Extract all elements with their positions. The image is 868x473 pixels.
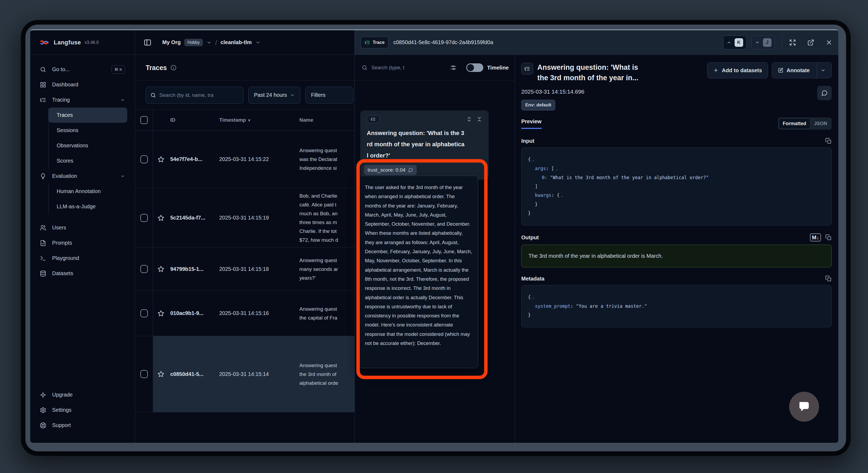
sidebar-item-dashboard[interactable]: Dashboard <box>36 77 129 92</box>
sidebar-item-observations[interactable]: Observations <box>49 138 129 153</box>
sidebar-item-settings[interactable]: Settings <box>36 403 129 418</box>
nav-next-button[interactable]: J <box>751 35 775 50</box>
sidebar-item-sessions[interactable]: Sessions <box>49 123 129 138</box>
langfuse-app: Langfuse v3.46.0 My Org Hobby / cleanlab… <box>30 29 838 443</box>
brand-name: Langfuse <box>54 39 81 46</box>
time-range-button[interactable]: Past 24 hours <box>248 87 301 104</box>
annotate-dropdown-chevron-icon[interactable] <box>817 63 826 78</box>
name-cell: Answering quest was the Declarat Indepen… <box>300 146 354 173</box>
unfold-icon[interactable] <box>466 116 472 122</box>
star-icon[interactable] <box>157 156 164 163</box>
metadata-json-viewer[interactable]: {⌄ system_prompt: "You are a trivia mast… <box>521 285 832 327</box>
detail-tabs: Preview Formatted JSON <box>521 117 832 130</box>
row-checkbox[interactable] <box>141 309 148 317</box>
trace-timestamp: 2025-03-31 14:15:14.696 <box>521 89 832 95</box>
project-chevron-down-icon[interactable] <box>255 40 261 45</box>
sidebar-item-users[interactable]: Users <box>36 220 129 235</box>
table-row[interactable]: 94799b15-1... 2025-03-31 14:15:18 Answer… <box>135 247 354 291</box>
tab-preview[interactable]: Preview <box>521 118 541 129</box>
table-row[interactable]: 5c2145da-f7... 2025-03-31 14:15:19 Bob, … <box>135 188 354 247</box>
format-toggle: Formatted JSON <box>778 117 832 130</box>
sidebar-item-label: Human Annotation <box>57 188 101 195</box>
trace-icon-badge <box>521 63 533 75</box>
sidebar-item-label: LLM-as-a-Judge <box>57 204 96 210</box>
sidebar-item-support[interactable]: Support <box>36 418 129 433</box>
sidebar-item-upgrade[interactable]: Upgrade <box>36 387 129 403</box>
chat-widget-button[interactable] <box>789 392 819 422</box>
table-row[interactable]: 54e7f7e4-b... 2025-03-31 14:15:22 Answer… <box>135 130 354 188</box>
annotate-button[interactable]: Annotate <box>772 62 832 78</box>
sidebar-item-human-annotation[interactable]: Human Annotation <box>49 184 129 199</box>
list-tree-icon <box>365 40 370 45</box>
select-all-checkbox[interactable] <box>141 116 148 124</box>
trust-score-badge[interactable]: trust_score: 0.04 <box>364 165 417 175</box>
tracing-subnav: Traces Sessions Observations Scores <box>49 108 129 169</box>
life-buoy-icon <box>40 422 46 428</box>
sidebar-item-label: Sessions <box>57 127 78 134</box>
table-row[interactable]: 010ac9b1-9... 2025-03-31 14:15:16 Answer… <box>135 291 354 336</box>
sidebar-item-tracing[interactable]: Tracing <box>36 92 129 108</box>
comments-button[interactable] <box>817 86 832 100</box>
metadata-section-header: Metadata <box>521 275 832 282</box>
evaluation-subnav: Human Annotation LLM-as-a-Judge <box>49 184 129 214</box>
timeline-toggle[interactable] <box>466 63 483 72</box>
copy-icon[interactable] <box>825 275 832 282</box>
row-checkbox[interactable] <box>141 265 148 273</box>
breadcrumb: My Org Hobby / cleanlab-tlm <box>135 38 261 47</box>
column-header-name[interactable]: Name <box>300 117 313 123</box>
format-option-json[interactable]: JSON <box>810 121 831 126</box>
row-checkbox[interactable] <box>141 214 148 222</box>
sidebar-item-llm-as-a-judge[interactable]: LLM-as-a-Judge <box>49 199 129 214</box>
info-icon[interactable] <box>170 65 177 70</box>
sidebar-toggle-icon[interactable] <box>144 38 152 47</box>
chevron-down-icon <box>120 97 125 102</box>
sidebar-item-label: Scores <box>57 158 73 164</box>
search-icon <box>40 66 46 73</box>
sidebar-item-playground[interactable]: Playground <box>36 250 129 266</box>
search-input[interactable]: Search (by id, name, tra <box>146 87 244 104</box>
markdown-toggle-icon[interactable]: M↓ <box>810 233 821 241</box>
input-json-viewer[interactable]: {⌄ args: [⌄ 0: "What is the 3rd month of… <box>521 147 832 226</box>
open-external-icon[interactable] <box>807 39 814 46</box>
sidebar-item-label: Upgrade <box>52 392 73 398</box>
sliders-icon[interactable] <box>450 64 457 71</box>
copy-icon[interactable] <box>825 138 832 144</box>
filters-button[interactable]: Filters <box>305 87 353 104</box>
shortcut-badge: ⌘ K <box>112 65 125 74</box>
sidebar-item-goto[interactable]: Go to... ⌘ K <box>36 62 129 77</box>
sidebar-item-scores[interactable]: Scores <box>49 153 129 169</box>
column-header-id[interactable]: ID <box>170 117 175 123</box>
org-chevron-down-icon[interactable] <box>206 40 212 45</box>
star-icon[interactable] <box>157 371 164 378</box>
add-to-datasets-label: Add to datasets <box>722 67 762 73</box>
star-icon[interactable] <box>157 266 164 272</box>
nav-previous-button[interactable]: K <box>723 35 747 50</box>
search-placeholder: Search (by id, name, tra <box>159 92 214 98</box>
keycap-j: J <box>763 38 772 47</box>
chat-bubble-icon <box>797 400 811 413</box>
column-header-timestamp[interactable]: Timestamp ▼ <box>219 117 300 123</box>
copy-icon[interactable] <box>825 234 832 241</box>
row-checkbox[interactable] <box>141 370 148 378</box>
sparkle-icon <box>40 392 46 398</box>
expand-fullscreen-icon[interactable] <box>789 39 796 46</box>
fold-icon[interactable] <box>476 116 482 122</box>
star-icon[interactable] <box>157 310 164 317</box>
table-row-selected[interactable]: c0850d41-5... 2025-03-31 14:15:14 Answer… <box>135 336 354 412</box>
sidebar-item-prompts[interactable]: Prompts <box>36 235 129 250</box>
add-to-datasets-button[interactable]: Add to datasets <box>707 62 768 78</box>
project-name[interactable]: cleanlab-tlm <box>221 39 252 46</box>
sidebar-item-traces[interactable]: Traces <box>49 108 127 123</box>
org-name[interactable]: My Org <box>162 39 181 46</box>
sidebar-item-datasets[interactable]: Datasets <box>36 266 129 281</box>
trace-node-title: Answering question: 'What is the 3 rd mo… <box>367 127 482 161</box>
brand-header: Langfuse v3.46.0 <box>30 30 135 55</box>
peek-header: Trace c0850d41-5e8c-4619-97dc-2a4b9159fd… <box>355 30 838 55</box>
file-icon <box>40 240 46 246</box>
close-icon[interactable] <box>826 39 832 46</box>
row-checkbox[interactable] <box>141 155 148 164</box>
tree-search-input[interactable]: Search (type, t <box>371 65 446 70</box>
format-option-formatted[interactable]: Formatted <box>779 118 810 129</box>
star-icon[interactable] <box>157 214 164 221</box>
sidebar-item-evaluation[interactable]: Evaluation <box>36 169 129 184</box>
